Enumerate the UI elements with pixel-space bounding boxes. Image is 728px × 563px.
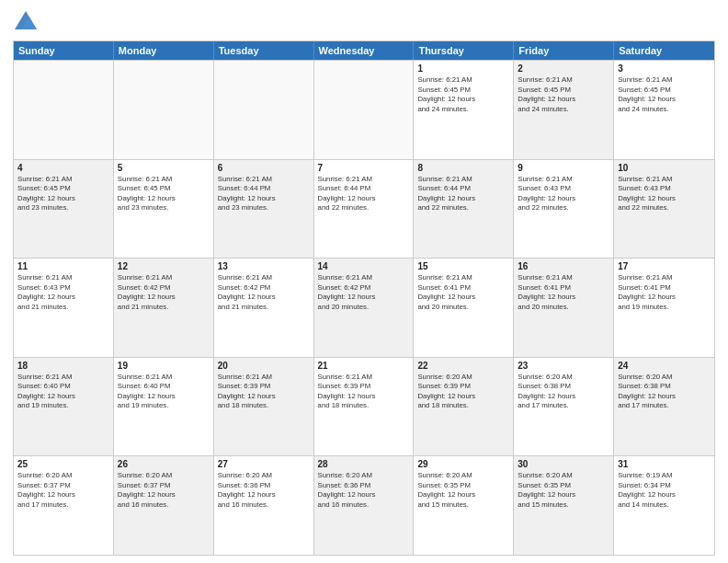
cal-row-4: 25Sunrise: 6:20 AMSunset: 6:37 PMDayligh… xyxy=(14,455,714,555)
cell-text: Sunrise: 6:21 AMSunset: 6:43 PMDaylight:… xyxy=(618,175,711,213)
day-number: 26 xyxy=(118,459,210,469)
day-number: 23 xyxy=(518,361,609,371)
logo xyxy=(13,9,42,35)
logo-icon xyxy=(13,9,39,35)
cell-text: Sunrise: 6:20 AMSunset: 6:38 PMDaylight:… xyxy=(518,373,609,411)
cell-text: Sunrise: 6:21 AMSunset: 6:40 PMDaylight:… xyxy=(118,373,210,411)
day-number: 11 xyxy=(17,261,109,271)
cal-cell-3-1: 19Sunrise: 6:21 AMSunset: 6:40 PMDayligh… xyxy=(114,358,214,456)
day-number: 16 xyxy=(518,261,609,271)
cal-cell-0-1 xyxy=(114,61,214,159)
weekday-header-friday: Friday xyxy=(514,41,614,60)
weekday-header-wednesday: Wednesday xyxy=(314,41,415,60)
cell-text: Sunrise: 6:21 AMSunset: 6:45 PMDaylight:… xyxy=(118,175,210,213)
day-number: 7 xyxy=(318,163,410,173)
day-number: 22 xyxy=(417,361,509,371)
cal-cell-4-1: 26Sunrise: 6:20 AMSunset: 6:37 PMDayligh… xyxy=(114,456,214,555)
cal-cell-0-5: 2Sunrise: 6:21 AMSunset: 6:45 PMDaylight… xyxy=(514,61,614,159)
cal-cell-0-6: 3Sunrise: 6:21 AMSunset: 6:45 PMDaylight… xyxy=(614,61,714,159)
calendar-body: 1Sunrise: 6:21 AMSunset: 6:45 PMDaylight… xyxy=(14,60,714,555)
cal-cell-2-0: 11Sunrise: 6:21 AMSunset: 6:43 PMDayligh… xyxy=(14,259,114,357)
day-number: 1 xyxy=(417,63,509,74)
weekday-header-saturday: Saturday xyxy=(614,41,714,60)
calendar: SundayMondayTuesdayWednesdayThursdayFrid… xyxy=(13,40,715,556)
cal-cell-0-4: 1Sunrise: 6:21 AMSunset: 6:45 PMDaylight… xyxy=(414,61,514,159)
cell-text: Sunrise: 6:20 AMSunset: 6:38 PMDaylight:… xyxy=(618,373,711,411)
page: SundayMondayTuesdayWednesdayThursdayFrid… xyxy=(0,0,728,563)
cal-cell-2-4: 15Sunrise: 6:21 AMSunset: 6:41 PMDayligh… xyxy=(414,259,514,357)
cell-text: Sunrise: 6:21 AMSunset: 6:42 PMDaylight:… xyxy=(218,273,310,312)
cell-text: Sunrise: 6:21 AMSunset: 6:39 PMDaylight:… xyxy=(218,373,310,411)
day-number: 10 xyxy=(618,163,711,173)
day-number: 8 xyxy=(417,163,509,173)
day-number: 24 xyxy=(618,361,711,371)
cell-text: Sunrise: 6:21 AMSunset: 6:42 PMDaylight:… xyxy=(118,273,210,312)
cell-text: Sunrise: 6:20 AMSunset: 6:37 PMDaylight:… xyxy=(118,471,210,510)
cal-cell-1-1: 5Sunrise: 6:21 AMSunset: 6:45 PMDaylight… xyxy=(114,160,214,259)
cal-cell-2-1: 12Sunrise: 6:21 AMSunset: 6:42 PMDayligh… xyxy=(114,259,214,357)
day-number: 5 xyxy=(118,163,210,173)
cal-cell-4-0: 25Sunrise: 6:20 AMSunset: 6:37 PMDayligh… xyxy=(14,456,114,555)
day-number: 17 xyxy=(618,261,711,271)
day-number: 9 xyxy=(518,163,609,173)
day-number: 20 xyxy=(218,361,310,371)
day-number: 12 xyxy=(118,261,210,271)
cal-row-3: 18Sunrise: 6:21 AMSunset: 6:40 PMDayligh… xyxy=(14,357,714,456)
cal-cell-2-6: 17Sunrise: 6:21 AMSunset: 6:41 PMDayligh… xyxy=(614,259,714,357)
cal-cell-4-4: 29Sunrise: 6:20 AMSunset: 6:35 PMDayligh… xyxy=(414,456,514,555)
cell-text: Sunrise: 6:21 AMSunset: 6:41 PMDaylight:… xyxy=(618,273,711,312)
cal-cell-3-2: 20Sunrise: 6:21 AMSunset: 6:39 PMDayligh… xyxy=(214,358,314,456)
cal-cell-2-2: 13Sunrise: 6:21 AMSunset: 6:42 PMDayligh… xyxy=(214,259,314,357)
day-number: 28 xyxy=(318,459,410,469)
cell-text: Sunrise: 6:21 AMSunset: 6:45 PMDaylight:… xyxy=(417,75,509,114)
header xyxy=(13,9,715,35)
cell-text: Sunrise: 6:21 AMSunset: 6:44 PMDaylight:… xyxy=(318,175,410,213)
weekday-header-thursday: Thursday xyxy=(414,41,514,60)
cal-cell-2-3: 14Sunrise: 6:21 AMSunset: 6:42 PMDayligh… xyxy=(314,259,415,357)
cal-row-1: 4Sunrise: 6:21 AMSunset: 6:45 PMDaylight… xyxy=(14,159,714,259)
cell-text: Sunrise: 6:21 AMSunset: 6:43 PMDaylight:… xyxy=(17,273,109,312)
cell-text: Sunrise: 6:21 AMSunset: 6:43 PMDaylight:… xyxy=(518,175,609,213)
cell-text: Sunrise: 6:20 AMSunset: 6:35 PMDaylight:… xyxy=(417,471,509,510)
cal-cell-1-5: 9Sunrise: 6:21 AMSunset: 6:43 PMDaylight… xyxy=(514,160,614,259)
cell-text: Sunrise: 6:21 AMSunset: 6:45 PMDaylight:… xyxy=(17,175,109,213)
cal-cell-3-6: 24Sunrise: 6:20 AMSunset: 6:38 PMDayligh… xyxy=(614,358,714,456)
day-number: 27 xyxy=(218,459,310,469)
cell-text: Sunrise: 6:20 AMSunset: 6:36 PMDaylight:… xyxy=(318,471,410,510)
day-number: 2 xyxy=(518,63,609,74)
cell-text: Sunrise: 6:21 AMSunset: 6:45 PMDaylight:… xyxy=(618,75,711,114)
day-number: 21 xyxy=(318,361,410,371)
day-number: 13 xyxy=(218,261,310,271)
day-number: 4 xyxy=(17,163,109,173)
cal-cell-0-0 xyxy=(14,61,114,159)
day-number: 14 xyxy=(318,261,410,271)
day-number: 31 xyxy=(618,459,711,469)
cell-text: Sunrise: 6:21 AMSunset: 6:41 PMDaylight:… xyxy=(518,273,609,312)
cell-text: Sunrise: 6:21 AMSunset: 6:39 PMDaylight:… xyxy=(318,373,410,411)
cell-text: Sunrise: 6:21 AMSunset: 6:42 PMDaylight:… xyxy=(318,273,410,312)
cal-cell-4-3: 28Sunrise: 6:20 AMSunset: 6:36 PMDayligh… xyxy=(314,456,415,555)
cal-cell-3-0: 18Sunrise: 6:21 AMSunset: 6:40 PMDayligh… xyxy=(14,358,114,456)
day-number: 6 xyxy=(218,163,310,173)
cal-cell-3-5: 23Sunrise: 6:20 AMSunset: 6:38 PMDayligh… xyxy=(514,358,614,456)
cell-text: Sunrise: 6:21 AMSunset: 6:44 PMDaylight:… xyxy=(417,175,509,213)
cal-cell-1-4: 8Sunrise: 6:21 AMSunset: 6:44 PMDaylight… xyxy=(414,160,514,259)
cell-text: Sunrise: 6:19 AMSunset: 6:34 PMDaylight:… xyxy=(618,471,711,510)
calendar-header: SundayMondayTuesdayWednesdayThursdayFrid… xyxy=(14,41,714,60)
cal-cell-4-2: 27Sunrise: 6:20 AMSunset: 6:36 PMDayligh… xyxy=(214,456,314,555)
day-number: 29 xyxy=(417,459,509,469)
cal-cell-4-6: 31Sunrise: 6:19 AMSunset: 6:34 PMDayligh… xyxy=(614,456,714,555)
day-number: 3 xyxy=(618,63,711,74)
weekday-header-tuesday: Tuesday xyxy=(214,41,314,60)
cal-cell-4-5: 30Sunrise: 6:20 AMSunset: 6:35 PMDayligh… xyxy=(514,456,614,555)
day-number: 25 xyxy=(17,459,109,469)
cal-cell-1-3: 7Sunrise: 6:21 AMSunset: 6:44 PMDaylight… xyxy=(314,160,415,259)
cal-row-0: 1Sunrise: 6:21 AMSunset: 6:45 PMDaylight… xyxy=(14,60,714,159)
cell-text: Sunrise: 6:21 AMSunset: 6:45 PMDaylight:… xyxy=(518,75,609,114)
cell-text: Sunrise: 6:20 AMSunset: 6:35 PMDaylight:… xyxy=(518,471,609,510)
cell-text: Sunrise: 6:20 AMSunset: 6:36 PMDaylight:… xyxy=(218,471,310,510)
cell-text: Sunrise: 6:21 AMSunset: 6:41 PMDaylight:… xyxy=(417,273,509,312)
cal-cell-1-2: 6Sunrise: 6:21 AMSunset: 6:44 PMDaylight… xyxy=(214,160,314,259)
cal-cell-0-2 xyxy=(214,61,314,159)
cell-text: Sunrise: 6:20 AMSunset: 6:39 PMDaylight:… xyxy=(417,373,509,411)
